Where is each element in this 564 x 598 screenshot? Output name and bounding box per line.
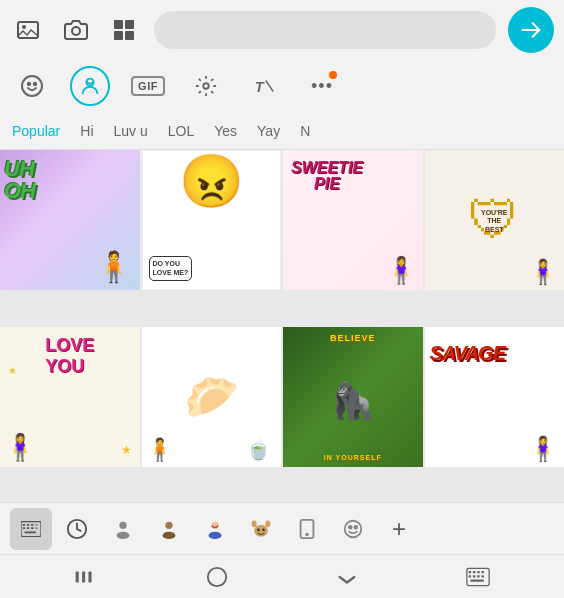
animal-button[interactable] (240, 508, 282, 550)
svg-rect-48 (477, 571, 480, 573)
bitmoji-button[interactable] (70, 66, 110, 106)
keyboard-switch-button[interactable] (10, 508, 52, 550)
svg-line-13 (266, 81, 273, 92)
tab-yay[interactable]: Yay (257, 123, 280, 139)
savage-figure: 🧍‍♀️ (528, 435, 558, 463)
sticker-grid: UHOH 🧍 😠 DO YOULOVE ME? SWEETIEPIE 🧍‍♀️ … (0, 150, 564, 502)
believe-top: BELIEVE (330, 333, 376, 343)
loveme-bubble: DO YOULOVE ME? (149, 256, 193, 280)
svg-point-2 (72, 27, 80, 35)
svg-rect-6 (125, 31, 134, 40)
sticker-savage[interactable]: SAVAGE 🧍‍♀️ (425, 327, 565, 467)
loveme-face: 😠 (179, 151, 244, 212)
recent-nav-button[interactable] (336, 569, 358, 585)
svg-rect-53 (481, 575, 484, 577)
svg-point-39 (349, 525, 352, 528)
svg-point-30 (209, 531, 222, 538)
sticker-area: UHOH 🧍 😠 DO YOULOVE ME? SWEETIEPIE 🧍‍♀️ … (0, 150, 564, 502)
sweetiepie-figure: 🧍‍♀️ (385, 255, 417, 286)
svg-rect-49 (481, 571, 484, 573)
more-button[interactable]: ••• (302, 66, 342, 106)
face-button[interactable] (332, 508, 374, 550)
avatar2-button[interactable] (148, 508, 190, 550)
camera-icon[interactable] (58, 12, 94, 48)
svg-text:T: T (255, 79, 265, 95)
svg-rect-41 (76, 571, 79, 582)
svg-rect-22 (35, 527, 37, 529)
toolbar: GIF T ••• (0, 60, 564, 112)
samosa-figure: 🥟 (184, 371, 239, 423)
svg-point-26 (117, 531, 130, 538)
tab-yes[interactable]: Yes (214, 123, 237, 139)
svg-rect-15 (23, 524, 26, 526)
sticker-believe[interactable]: BELIEVE 🦍 IN YOURSELF (283, 327, 423, 467)
add-category-button[interactable]: + (378, 508, 420, 550)
emoji-button[interactable] (12, 66, 52, 106)
svg-point-27 (165, 521, 172, 528)
svg-point-28 (163, 531, 176, 538)
sweetiepie-text: SWEETIEPIE (291, 160, 363, 192)
svg-rect-21 (31, 527, 34, 529)
svg-point-1 (22, 25, 26, 29)
believe-bot: IN YOURSELF (324, 454, 382, 461)
yourebest-figure: 🧍‍♀️ (528, 258, 558, 286)
svg-rect-43 (88, 571, 91, 582)
sticker-loveyou[interactable]: LOVEYOU 🧍‍♀️ ★ ★ (0, 327, 140, 467)
svg-point-25 (119, 521, 126, 528)
svg-rect-16 (27, 524, 29, 526)
svg-rect-42 (82, 571, 85, 582)
bitmoji-icon-button[interactable] (194, 508, 236, 550)
svg-rect-52 (477, 575, 480, 577)
keyboard-nav-button[interactable] (466, 567, 490, 587)
svg-rect-18 (35, 524, 37, 526)
home-nav-button[interactable] (206, 566, 228, 588)
category-tabs: Popular Hi Luv u LOL Yes Yay N (0, 112, 564, 150)
svg-rect-50 (469, 575, 472, 577)
back-nav-button[interactable] (74, 567, 98, 587)
svg-point-8 (28, 83, 30, 85)
loveyou-figure: 🧍‍♀️ (4, 432, 36, 463)
svg-point-38 (345, 520, 362, 537)
tab-lol[interactable]: LOL (168, 123, 194, 139)
savage-text: SAVAGE (430, 342, 506, 365)
top-bar (0, 0, 564, 60)
svg-point-11 (203, 83, 209, 89)
svg-point-44 (208, 567, 226, 585)
svg-rect-54 (470, 579, 484, 581)
svg-rect-23 (24, 531, 36, 533)
sticker-sweetiepie[interactable]: SWEETIEPIE 🧍‍♀️ (283, 150, 423, 290)
sticker-samosa[interactable]: 🥟 🍵 🧍 (142, 327, 282, 467)
image-icon[interactable] (10, 12, 46, 48)
svg-rect-3 (114, 20, 123, 29)
message-input[interactable] (154, 11, 496, 49)
settings-button[interactable] (186, 66, 226, 106)
grid-icon[interactable] (106, 12, 142, 48)
tab-popular[interactable]: Popular (12, 123, 60, 139)
svg-point-35 (262, 528, 265, 531)
tab-hi[interactable]: Hi (80, 123, 93, 139)
samosa-bowl: 🍵 (246, 437, 271, 461)
sticker-yourebest[interactable]: 🛡 YOU'RETHEBEST 🧍‍♀️ (425, 150, 565, 290)
avatar1-button[interactable] (102, 508, 144, 550)
svg-point-40 (354, 525, 357, 528)
main-content: GIF T ••• Popular Hi Luv u LOL Yes Yay N (0, 0, 564, 598)
svg-rect-46 (469, 571, 472, 573)
gif-button[interactable]: GIF (128, 66, 168, 106)
sticker-uhoh[interactable]: UHOH 🧍 (0, 150, 140, 290)
svg-rect-0 (18, 22, 38, 38)
tab-luvu[interactable]: Luv u (114, 123, 148, 139)
nav-bar (0, 554, 564, 598)
recent-button[interactable] (56, 508, 98, 550)
sticker-doyouloveme[interactable]: 😠 DO YOULOVE ME? (142, 150, 282, 290)
svg-point-37 (306, 533, 308, 535)
send-button[interactable] (508, 7, 554, 53)
svg-rect-19 (23, 527, 26, 529)
uhoh-figure: 🧍 (95, 249, 132, 284)
tab-n[interactable]: N (300, 123, 310, 139)
svg-rect-17 (31, 524, 34, 526)
samosa-person: 🧍 (146, 437, 173, 463)
svg-rect-20 (27, 527, 29, 529)
phone-button[interactable] (286, 508, 328, 550)
svg-point-32 (252, 520, 257, 527)
text-button[interactable]: T (244, 66, 284, 106)
